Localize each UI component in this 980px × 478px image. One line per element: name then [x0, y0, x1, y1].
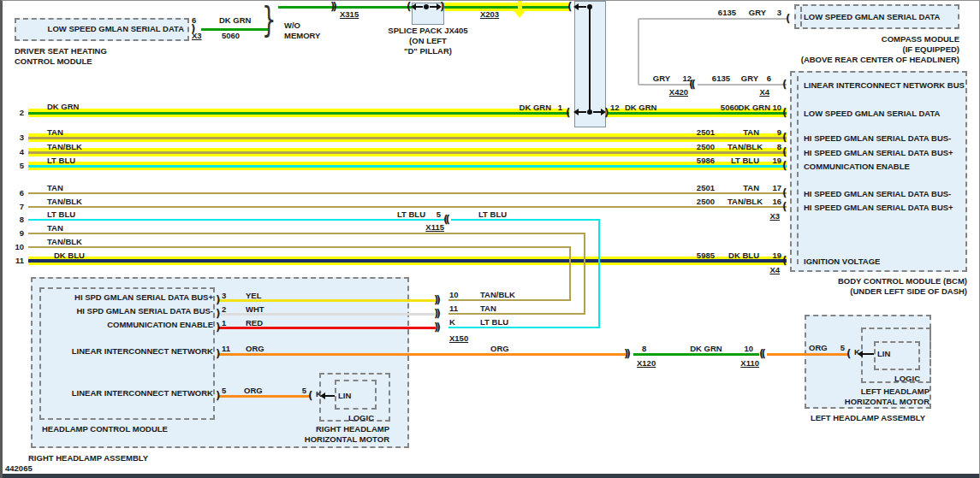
bcm-pin-connector: ( — [782, 254, 784, 268]
label: 2 — [222, 304, 226, 314]
label: ORG — [246, 344, 264, 353]
label: (UNDER LEFT SIDE OF DASH) — [710, 286, 967, 296]
bcm-label: BODY CONTROL MODULE (BCM) — [710, 276, 967, 286]
splice-dot — [587, 4, 592, 9]
label: 11 — [222, 344, 230, 353]
driver-seat-module-label: DRIVER SEAT HEATING — [15, 46, 107, 56]
arrow-line — [593, 111, 601, 113]
driver-seat-signal-label: LOW SPEED GMLAN SERIAL DATA — [0, 24, 184, 33]
row10-tanblk-a — [28, 246, 571, 248]
bcm-pin-connector: ( — [782, 131, 784, 145]
label: 10 — [525, 103, 781, 112]
row-number: 11 — [0, 256, 24, 265]
label: HI SPEED GMLAN SERIAL DATA BUS+ — [804, 203, 953, 212]
bcm-pin-connector: ( — [782, 145, 784, 159]
label: LIN — [338, 391, 351, 400]
gray-top — [638, 18, 787, 20]
label: 19 — [525, 156, 781, 165]
headlamp-control-module-label: HEADLAMP CONTROL MODULE — [42, 424, 168, 434]
highlight-trace-arrow — [518, 1, 522, 10]
label: (ON LEFT — [300, 36, 556, 45]
label: 3 — [222, 291, 226, 300]
label: X150 — [449, 333, 468, 343]
label: 19 — [525, 251, 781, 260]
arrow-line — [325, 395, 335, 397]
label: X315 — [340, 9, 359, 19]
arrow-line — [430, 6, 437, 8]
label: "D" PILLAR) — [300, 46, 556, 56]
arrow-head — [601, 109, 606, 115]
label: TAN/BLK — [47, 142, 82, 151]
label: LT BLU — [47, 156, 75, 165]
label: 3 — [525, 8, 781, 17]
label: RED — [246, 318, 263, 328]
arrow-line — [863, 353, 874, 355]
compass-inner-edge — [800, 7, 802, 27]
label: DK GRN — [47, 102, 79, 111]
arrow-head — [573, 109, 579, 115]
label: 5 — [184, 209, 441, 219]
gray-bottom-b — [698, 84, 787, 86]
row6-tan — [28, 192, 787, 194]
hcm-pin-connector: ) — [216, 307, 217, 321]
label: X4 — [523, 265, 780, 274]
gray-bottom-a — [638, 84, 692, 86]
label: IGNITION VOLTAGE — [804, 257, 880, 266]
label: W/O — [284, 21, 300, 30]
label: K — [449, 317, 455, 327]
row-number: 2 — [0, 108, 24, 117]
bcm-pin-connector: ( — [782, 186, 784, 200]
label: 11 — [449, 304, 458, 313]
row-number: 6 — [0, 188, 24, 198]
label: CONTROL MODULE — [15, 56, 92, 66]
label: 1 — [222, 318, 226, 328]
label: LOGIC — [117, 413, 374, 422]
row-number: 7 — [0, 202, 24, 211]
hcm-pin-connector: ) — [216, 347, 217, 361]
arrow-line — [416, 6, 423, 8]
bcm-pin-connector: ( — [782, 200, 784, 214]
row-number: 5 — [0, 161, 24, 170]
option-brace: } — [262, 0, 276, 40]
compass-signal-label: LOW SPEED GMLAN SERIAL DATA — [804, 12, 940, 21]
label: COMMUNICATION ENABLE — [804, 162, 910, 171]
label: X4 — [513, 87, 769, 97]
wiring-diagram: 442065 )))()(()((((((((((((())))))))))))… — [0, 0, 980, 478]
label: TAN — [47, 183, 63, 192]
label: 8 — [525, 142, 781, 151]
arrow-line — [579, 111, 586, 113]
label: LOW SPEED GMLAN SERIAL DATA — [804, 109, 940, 118]
bcm-box — [790, 71, 967, 272]
connector-x150-pin11: )) — [434, 307, 438, 321]
label: TAN/BLK — [47, 237, 82, 246]
label: 5 — [50, 386, 306, 395]
label: 17 — [525, 183, 781, 192]
label: LOGIC — [663, 374, 920, 383]
label: WHT — [246, 304, 264, 314]
label: 6 — [514, 74, 771, 83]
row-number: 3 — [0, 133, 24, 142]
left-headlamp-assembly-label: LEFT HEADLAMP ASSEMBLY — [739, 413, 980, 422]
label: 5060 — [222, 31, 240, 40]
label: (ABOVE REAR CENTER OF HEADLINER) — [703, 55, 959, 64]
connector-x315: )) — [330, 0, 335, 14]
right-motor-label: RIGHT HEADLAMP — [133, 424, 389, 434]
bcm-pin-connector: ( — [782, 78, 784, 91]
arrow-head — [320, 392, 325, 399]
label: LT BLU — [47, 209, 75, 219]
left-motor-label: LEFT HEADLAMP — [673, 387, 930, 396]
label: COMMUNICATION ENABLE — [0, 320, 213, 329]
label: HI SPD GMLAN SERIAL DATA BUS+ — [0, 292, 213, 302]
label: LINEAR INTERCONNECT NETWORK BUS — [804, 80, 965, 90]
label: 16 — [525, 197, 781, 206]
row9-tan-a — [28, 233, 585, 234]
splice-pack-label: SPLICE PACK JX405 — [300, 26, 556, 35]
bcm-pin-connector: ( — [782, 106, 784, 120]
hcm-pin-connector: ) — [216, 293, 217, 307]
compass-module-label: COMPASS MODULE — [703, 34, 959, 44]
arrow-line — [579, 6, 586, 8]
label: TAN — [480, 304, 496, 313]
label: HI SPEED GMLAN SERIAL DATA BUS- — [804, 133, 951, 143]
label: HI SPEED GMLAN SERIAL DATA BUS+ — [804, 148, 953, 157]
label: LT BLU — [478, 209, 507, 219]
